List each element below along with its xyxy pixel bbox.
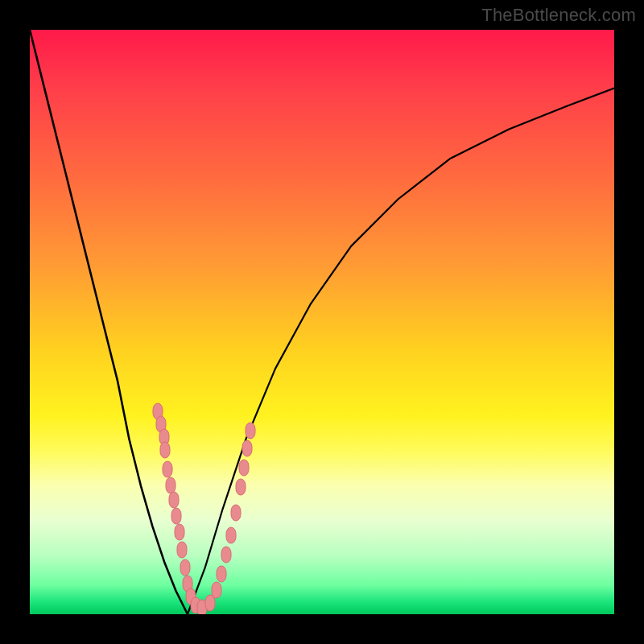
marker-dot	[163, 461, 172, 477]
watermark-text: TheBottleneck.com	[481, 5, 636, 26]
curve-left-curve	[30, 30, 188, 614]
curve-group	[30, 30, 614, 614]
marker-dot	[239, 460, 249, 476]
marker-dot	[217, 566, 226, 582]
marker-dot	[212, 582, 221, 598]
chart-svg	[30, 30, 614, 614]
marker-dot	[231, 505, 241, 521]
marker-dot	[242, 440, 252, 456]
marker-group	[153, 403, 255, 614]
marker-dot	[205, 595, 215, 611]
curve-right-curve	[188, 89, 614, 614]
marker-dot	[171, 508, 181, 524]
marker-dot	[226, 527, 236, 543]
marker-dot	[221, 547, 231, 563]
marker-dot	[236, 479, 246, 495]
marker-dot	[169, 492, 179, 508]
marker-dot	[175, 524, 184, 540]
marker-dot	[180, 559, 190, 576]
outer-frame: TheBottleneck.com	[0, 0, 644, 644]
marker-dot	[160, 442, 170, 458]
marker-dot	[177, 542, 187, 558]
plot-area	[30, 30, 614, 614]
marker-dot	[246, 423, 255, 439]
marker-dot	[166, 477, 175, 493]
